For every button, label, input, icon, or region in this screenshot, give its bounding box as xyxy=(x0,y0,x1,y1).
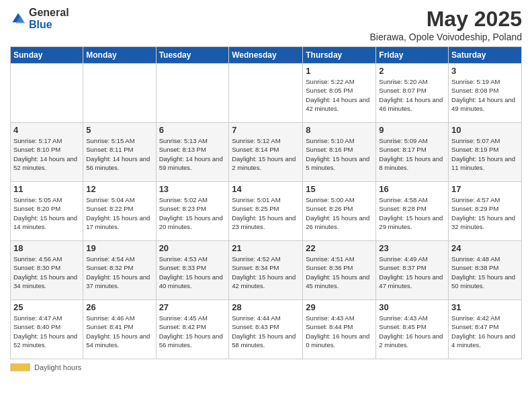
day-number: 26 xyxy=(86,302,152,312)
day-info: Sunrise: 5:12 AM Sunset: 8:14 PM Dayligh… xyxy=(232,136,300,172)
page: General Blue May 2025 Bierawa, Opole Voi… xyxy=(0,0,532,411)
table-row: 16Sunrise: 4:58 AM Sunset: 8:28 PM Dayli… xyxy=(376,182,449,241)
day-number: 29 xyxy=(306,302,373,312)
table-row: 20Sunrise: 4:53 AM Sunset: 8:33 PM Dayli… xyxy=(156,241,229,300)
table-row: 12Sunrise: 5:04 AM Sunset: 8:22 PM Dayli… xyxy=(83,182,156,241)
day-info: Sunrise: 4:49 AM Sunset: 8:37 PM Dayligh… xyxy=(379,255,445,290)
day-number: 1 xyxy=(306,66,373,76)
daylight-legend: Daylight hours xyxy=(10,363,81,371)
logo: General Blue xyxy=(10,7,69,31)
day-info: Sunrise: 4:58 AM Sunset: 8:28 PM Dayligh… xyxy=(379,195,445,231)
day-info: Sunrise: 4:45 AM Sunset: 8:42 PM Dayligh… xyxy=(159,314,226,349)
table-row xyxy=(229,64,303,123)
day-number: 10 xyxy=(451,125,519,135)
table-row: 22Sunrise: 4:51 AM Sunset: 8:36 PM Dayli… xyxy=(303,241,376,300)
day-info: Sunrise: 4:43 AM Sunset: 8:45 PM Dayligh… xyxy=(379,314,445,349)
day-number: 17 xyxy=(451,184,519,194)
col-wednesday: Wednesday xyxy=(229,47,303,64)
table-row: 10Sunrise: 5:07 AM Sunset: 8:19 PM Dayli… xyxy=(449,123,522,182)
table-row: 15Sunrise: 5:00 AM Sunset: 8:26 PM Dayli… xyxy=(303,182,376,241)
day-number: 27 xyxy=(159,302,226,312)
table-row: 24Sunrise: 4:48 AM Sunset: 8:38 PM Dayli… xyxy=(449,241,522,300)
table-row: 25Sunrise: 4:47 AM Sunset: 8:40 PM Dayli… xyxy=(11,300,83,359)
table-row: 31Sunrise: 4:42 AM Sunset: 8:47 PM Dayli… xyxy=(449,300,522,359)
table-row xyxy=(11,64,83,123)
day-info: Sunrise: 4:56 AM Sunset: 8:30 PM Dayligh… xyxy=(13,255,80,290)
col-monday: Monday xyxy=(83,47,156,64)
col-tuesday: Tuesday xyxy=(156,47,229,64)
day-number: 22 xyxy=(306,243,373,253)
day-number: 16 xyxy=(379,184,445,194)
day-number: 31 xyxy=(451,302,519,312)
day-info: Sunrise: 5:02 AM Sunset: 8:23 PM Dayligh… xyxy=(159,195,226,231)
table-row: 2Sunrise: 5:20 AM Sunset: 8:07 PM Daylig… xyxy=(376,64,449,123)
day-info: Sunrise: 5:05 AM Sunset: 8:20 PM Dayligh… xyxy=(13,195,80,231)
day-number: 12 xyxy=(86,184,152,194)
daylight-label: Daylight hours xyxy=(34,363,81,371)
calendar-week-3: 11Sunrise: 5:05 AM Sunset: 8:20 PM Dayli… xyxy=(11,182,522,241)
day-number: 7 xyxy=(232,125,300,135)
table-row: 18Sunrise: 4:56 AM Sunset: 8:30 PM Dayli… xyxy=(11,241,83,300)
table-row: 23Sunrise: 4:49 AM Sunset: 8:37 PM Dayli… xyxy=(376,241,449,300)
day-info: Sunrise: 5:00 AM Sunset: 8:26 PM Dayligh… xyxy=(306,195,373,231)
day-number: 21 xyxy=(232,243,300,253)
table-row: 11Sunrise: 5:05 AM Sunset: 8:20 PM Dayli… xyxy=(11,182,83,241)
day-info: Sunrise: 5:20 AM Sunset: 8:07 PM Dayligh… xyxy=(379,77,445,113)
calendar-week-4: 18Sunrise: 4:56 AM Sunset: 8:30 PM Dayli… xyxy=(11,241,522,300)
table-row: 21Sunrise: 4:52 AM Sunset: 8:34 PM Dayli… xyxy=(229,241,303,300)
day-info: Sunrise: 4:52 AM Sunset: 8:34 PM Dayligh… xyxy=(232,255,300,290)
day-info: Sunrise: 5:09 AM Sunset: 8:17 PM Dayligh… xyxy=(379,136,445,172)
day-info: Sunrise: 4:53 AM Sunset: 8:33 PM Dayligh… xyxy=(159,255,226,290)
day-number: 20 xyxy=(159,243,226,253)
day-info: Sunrise: 5:01 AM Sunset: 8:25 PM Dayligh… xyxy=(232,195,300,231)
table-row xyxy=(83,64,156,123)
table-row: 3Sunrise: 5:19 AM Sunset: 8:08 PM Daylig… xyxy=(449,64,522,123)
col-saturday: Saturday xyxy=(449,47,522,64)
table-row: 26Sunrise: 4:46 AM Sunset: 8:41 PM Dayli… xyxy=(83,300,156,359)
day-info: Sunrise: 5:22 AM Sunset: 8:05 PM Dayligh… xyxy=(306,77,373,113)
daylight-color-bar xyxy=(10,363,30,371)
day-info: Sunrise: 4:54 AM Sunset: 8:32 PM Dayligh… xyxy=(86,255,152,290)
title-block: May 2025 Bierawa, Opole Voivodeship, Pol… xyxy=(370,7,522,42)
day-info: Sunrise: 5:19 AM Sunset: 8:08 PM Dayligh… xyxy=(451,77,519,113)
logo-blue: Blue xyxy=(29,19,52,30)
col-thursday: Thursday xyxy=(303,47,376,64)
day-number: 28 xyxy=(232,302,300,312)
table-row xyxy=(156,64,229,123)
day-number: 4 xyxy=(13,125,80,135)
table-row: 13Sunrise: 5:02 AM Sunset: 8:23 PM Dayli… xyxy=(156,182,229,241)
table-row: 5Sunrise: 5:15 AM Sunset: 8:11 PM Daylig… xyxy=(83,123,156,182)
day-number: 18 xyxy=(13,243,80,253)
table-row: 30Sunrise: 4:43 AM Sunset: 8:45 PM Dayli… xyxy=(376,300,449,359)
table-row: 28Sunrise: 4:44 AM Sunset: 8:43 PM Dayli… xyxy=(229,300,303,359)
day-info: Sunrise: 5:15 AM Sunset: 8:11 PM Dayligh… xyxy=(86,136,152,172)
day-info: Sunrise: 5:13 AM Sunset: 8:13 PM Dayligh… xyxy=(159,136,226,172)
table-row: 9Sunrise: 5:09 AM Sunset: 8:17 PM Daylig… xyxy=(376,123,449,182)
day-number: 15 xyxy=(306,184,373,194)
day-number: 11 xyxy=(13,184,80,194)
table-row: 14Sunrise: 5:01 AM Sunset: 8:25 PM Dayli… xyxy=(229,182,303,241)
calendar-header-row: Sunday Monday Tuesday Wednesday Thursday… xyxy=(11,47,522,64)
day-number: 23 xyxy=(379,243,445,253)
table-row: 7Sunrise: 5:12 AM Sunset: 8:14 PM Daylig… xyxy=(229,123,303,182)
day-number: 13 xyxy=(159,184,226,194)
calendar-table: Sunday Monday Tuesday Wednesday Thursday… xyxy=(10,46,522,359)
day-info: Sunrise: 5:17 AM Sunset: 8:10 PM Dayligh… xyxy=(13,136,80,172)
table-row: 27Sunrise: 4:45 AM Sunset: 8:42 PM Dayli… xyxy=(156,300,229,359)
day-info: Sunrise: 4:44 AM Sunset: 8:43 PM Dayligh… xyxy=(232,314,300,349)
calendar-week-2: 4Sunrise: 5:17 AM Sunset: 8:10 PM Daylig… xyxy=(11,123,522,182)
day-number: 2 xyxy=(379,66,445,76)
day-number: 30 xyxy=(379,302,445,312)
table-row: 4Sunrise: 5:17 AM Sunset: 8:10 PM Daylig… xyxy=(11,123,83,182)
calendar-week-5: 25Sunrise: 4:47 AM Sunset: 8:40 PM Dayli… xyxy=(11,300,522,359)
day-number: 24 xyxy=(451,243,519,253)
calendar-week-1: 1Sunrise: 5:22 AM Sunset: 8:05 PM Daylig… xyxy=(11,64,522,123)
day-info: Sunrise: 5:04 AM Sunset: 8:22 PM Dayligh… xyxy=(86,195,152,231)
day-number: 3 xyxy=(451,66,519,76)
col-friday: Friday xyxy=(376,47,449,64)
day-number: 25 xyxy=(13,302,80,312)
table-row: 8Sunrise: 5:10 AM Sunset: 8:16 PM Daylig… xyxy=(303,123,376,182)
subtitle: Bierawa, Opole Voivodeship, Poland xyxy=(370,32,522,42)
table-row: 1Sunrise: 5:22 AM Sunset: 8:05 PM Daylig… xyxy=(303,64,376,123)
day-number: 9 xyxy=(379,125,445,135)
